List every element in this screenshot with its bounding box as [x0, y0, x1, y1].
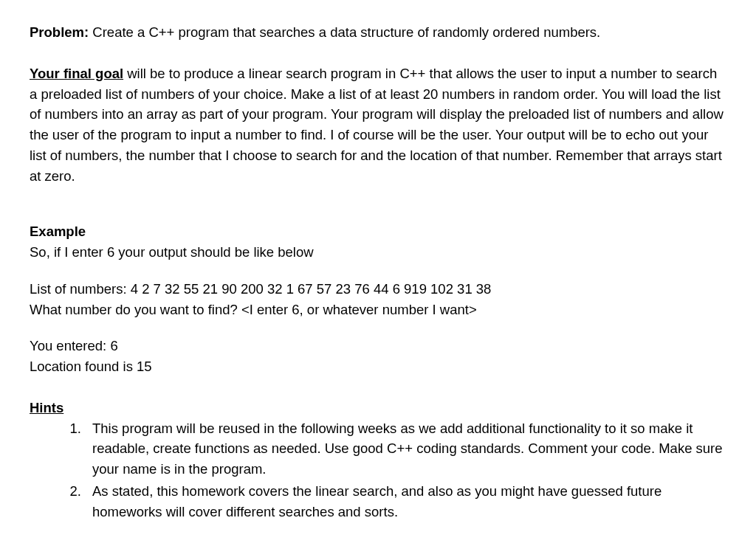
example-entered-line: You entered: 6 — [30, 336, 726, 356]
example-location-line: Location found is 15 — [30, 356, 726, 377]
hints-section: Hints This program will be reused in the… — [30, 398, 726, 522]
goal-label: Your final goal — [30, 66, 123, 81]
example-output-2: You entered: 6 Location found is 15 — [30, 336, 726, 377]
problem-text: Create a C++ program that searches a dat… — [89, 24, 600, 40]
example-prompt-line: What number do you want to find? <I ente… — [30, 300, 726, 320]
example-list-line: List of numbers: 4 2 7 32 55 21 90 200 3… — [30, 279, 726, 300]
hints-heading: Hints — [30, 398, 726, 418]
hints-list: This program will be reused in the follo… — [30, 418, 726, 522]
goal-text: will be to produce a linear search progr… — [30, 66, 724, 184]
hint-item: As stated, this homework covers the line… — [85, 481, 726, 522]
goal-section: Your final goal will be to produce a lin… — [30, 63, 726, 187]
example-intro: So, if I enter 6 your output should be l… — [30, 242, 726, 263]
problem-label: Problem: — [30, 24, 89, 40]
hint-item: This program will be reused in the follo… — [85, 418, 726, 480]
example-output-1: List of numbers: 4 2 7 32 55 21 90 200 3… — [30, 279, 726, 320]
goal-paragraph: Your final goal will be to produce a lin… — [30, 63, 726, 187]
example-heading: Example — [30, 221, 726, 242]
problem-paragraph: Problem: Create a C++ program that searc… — [30, 22, 726, 43]
example-section: Example So, if I enter 6 your output sho… — [30, 221, 726, 263]
problem-section: Problem: Create a C++ program that searc… — [30, 22, 726, 43]
